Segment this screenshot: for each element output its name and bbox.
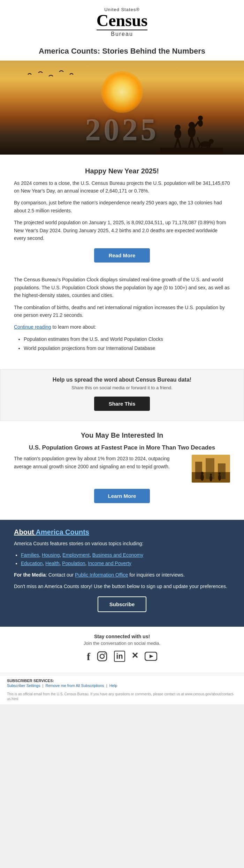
about-prefs: Don't miss an America Counts story! Use … <box>14 582 230 590</box>
section1-title: Happy New Year 2025! <box>14 167 230 175</box>
learn-more-button[interactable]: Learn More <box>94 489 150 503</box>
about-title-prefix: About <box>14 528 36 536</box>
about-link-income[interactable]: Income and Poverty <box>88 561 131 566</box>
footer-links: Subscriber Settings | Remove me from All… <box>7 683 237 688</box>
svg-line-8 <box>192 137 195 148</box>
bullet-item-1: Population estimates from the U.S. and W… <box>24 335 230 343</box>
bullet-item-2: World population projections from our In… <box>24 344 230 352</box>
svg-point-32 <box>104 653 106 655</box>
footer-remove-link[interactable]: Remove me from All Subscriptions <box>45 683 104 688</box>
about-media-link[interactable]: Public Information Office <box>75 572 128 578</box>
sun-glow <box>101 71 143 113</box>
about-media-end: for inquiries or interviews. <box>128 572 185 578</box>
continue-reading-link[interactable]: Continue reading <box>14 324 51 330</box>
youtube-icon[interactable] <box>145 651 157 665</box>
footer-services-label: SUBSCRIBER SERVICES: <box>7 679 237 683</box>
read-more-button[interactable]: Read More <box>94 248 150 263</box>
social-section: Stay connected with us! Join the convers… <box>0 627 244 672</box>
svg-point-29 <box>219 472 221 475</box>
article-text: The nation's population grew by about 1%… <box>14 455 186 470</box>
svg-point-28 <box>218 475 221 481</box>
svg-line-4 <box>178 139 181 148</box>
svg-point-2 <box>175 125 181 130</box>
about-link-business[interactable]: Business and Economy <box>92 552 143 558</box>
share-this-button[interactable]: Share This <box>94 397 150 411</box>
svg-point-13 <box>209 139 214 144</box>
interested-section: You May Be Interested In U.S. Population… <box>0 428 244 516</box>
article-row: The nation's population grew by about 1%… <box>14 455 230 483</box>
svg-point-25 <box>201 472 204 475</box>
about-media: For the Media: Contact our Public Inform… <box>14 571 230 579</box>
article-thumbnail <box>192 455 230 483</box>
about-link-population[interactable]: Population <box>62 561 85 566</box>
about-bullet-2: Education, Health, Population, Income an… <box>21 560 230 568</box>
facebook-icon[interactable]: f <box>87 651 90 665</box>
svg-point-10 <box>198 116 203 120</box>
section2: The Census Bureau's Population Clock dis… <box>0 276 244 362</box>
about-link-employment[interactable]: Employment <box>62 552 90 558</box>
svg-marker-34 <box>150 655 153 658</box>
about-link-families[interactable]: Families <box>21 552 39 558</box>
svg-point-31 <box>100 654 104 658</box>
about-bullets: Families, Housing, Employment, Business … <box>14 551 230 568</box>
svg-rect-23 <box>192 455 230 472</box>
svg-point-24 <box>200 474 204 481</box>
svg-line-16 <box>207 145 208 148</box>
section1-para2: By comparison, just before the nation's … <box>14 199 230 214</box>
about-media-label: For the Media <box>14 572 46 578</box>
instagram-icon[interactable] <box>97 651 108 665</box>
svg-line-15 <box>201 145 202 148</box>
about-title-link[interactable]: America Counts <box>36 528 89 536</box>
about-media-body: : Contact our <box>46 572 75 578</box>
svg-point-27 <box>210 474 212 476</box>
section2-continue: Continue reading to learn more about: <box>14 323 230 331</box>
social-icons: f in ✕ <box>14 651 230 665</box>
thumbnail-image <box>192 455 230 483</box>
about-bullet-1: Families, Housing, Employment, Business … <box>21 551 230 560</box>
hero-year-text: 2025 <box>85 112 159 148</box>
section2-bullets: Population estimates from the U.S. and W… <box>14 335 230 352</box>
logo-main-text: Census <box>97 12 148 29</box>
svg-rect-30 <box>98 652 107 661</box>
svg-rect-0 <box>160 148 223 155</box>
footer: SUBSCRIBER SERVICES: Subscriber Settings… <box>0 675 244 690</box>
linkedin-icon[interactable]: in <box>114 651 125 662</box>
social-subtitle: Join the conversation on social media. <box>14 641 230 646</box>
about-bullet-2-text: Education, Health, Population, Income an… <box>21 561 131 566</box>
hero-image: 2025 <box>0 61 244 155</box>
section1-para3: The projected world population on Januar… <box>14 219 230 242</box>
share-box: Help us spread the word about Census Bur… <box>0 369 244 421</box>
about-link-health[interactable]: Health <box>45 561 59 566</box>
social-title: Stay connected with us! <box>14 634 230 639</box>
about-bullet-1-text: Families, Housing, Employment, Business … <box>21 552 143 558</box>
article-title: U.S. Population Grows at Fastest Pace in… <box>14 444 230 451</box>
section2-para2: The combination of births, deaths and ne… <box>14 304 230 319</box>
svg-point-1 <box>174 129 181 139</box>
svg-line-17 <box>209 144 210 148</box>
svg-point-11 <box>198 120 203 127</box>
about-section: About America Counts America Counts feat… <box>0 520 244 627</box>
about-link-education[interactable]: Education <box>21 561 43 566</box>
footer-legal: This is an official email from the U.S. … <box>0 690 244 704</box>
about-intro: America Counts features stories on vario… <box>14 540 230 547</box>
section1: Happy New Year 2025! As 2024 comes to a … <box>0 155 244 276</box>
page-title: America Counts: Stories Behind the Numbe… <box>0 41 244 61</box>
section2-para1: The Census Bureau's Population Clock dis… <box>14 276 230 299</box>
share-box-title: Help us spread the word about Census Bur… <box>14 377 230 383</box>
about-link-housing[interactable]: Housing <box>42 552 60 558</box>
logo-bottom-text: Bureau <box>97 31 148 37</box>
x-twitter-icon[interactable]: ✕ <box>131 651 138 665</box>
about-title: About America Counts <box>14 528 230 536</box>
svg-line-14 <box>199 144 200 148</box>
share-box-subtitle: Share this on social media or forward it… <box>14 385 230 390</box>
footer-help-link[interactable]: Help <box>109 683 117 688</box>
subscribe-button[interactable]: Subscribe <box>98 596 146 612</box>
svg-point-26 <box>209 475 212 482</box>
birds-silhouette <box>21 68 91 88</box>
section1-para1: As 2024 comes to a close, the U.S. Censu… <box>14 179 230 195</box>
footer-subscriber-settings-link[interactable]: Subscriber Settings <box>7 683 40 688</box>
header: United States® Census Bureau <box>0 0 244 41</box>
continue-text: to learn more about: <box>51 324 96 330</box>
logo: United States® Census Bureau <box>97 7 148 37</box>
interested-title: You May Be Interested In <box>14 431 230 439</box>
